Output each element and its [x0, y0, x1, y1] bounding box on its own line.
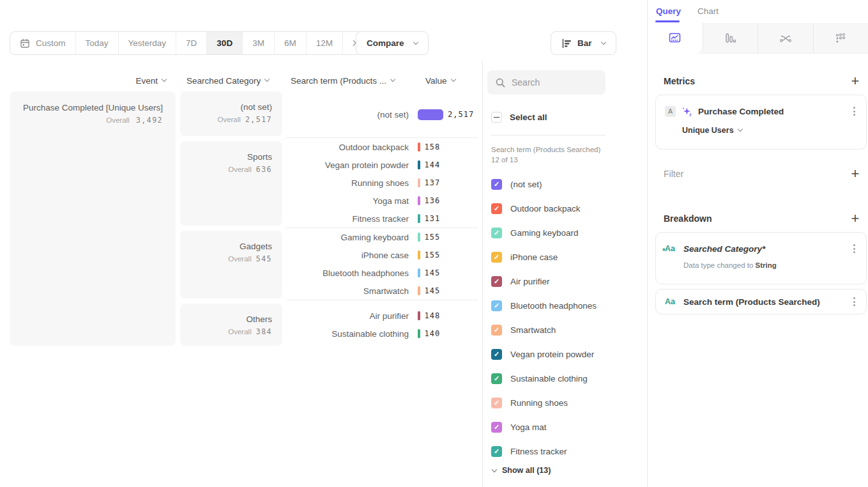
term-row: Gaming keyboard155 [286, 228, 478, 246]
value-bar[interactable] [418, 268, 420, 277]
select-all-checkbox[interactable] [491, 112, 502, 123]
date-range-yesterday[interactable]: Yesterday [119, 32, 177, 54]
funnels-tab[interactable] [703, 23, 759, 54]
kebab-menu-icon[interactable] [851, 105, 857, 118]
date-range-7d[interactable]: 7D [176, 32, 207, 54]
category-cell[interactable]: SportsOverall636 [180, 141, 282, 226]
legend-item[interactable]: ✓(not set) [491, 172, 597, 196]
series-label: Smartwatch [510, 325, 556, 335]
value-column-header[interactable]: Value [425, 75, 455, 86]
value-bar[interactable] [418, 329, 420, 338]
select-all-label: Select all [510, 112, 547, 122]
series-checkbox[interactable]: ✓ [491, 203, 502, 214]
breakdown-card[interactable]: *Aa Searched Category* Data type changed… [655, 232, 867, 284]
series-checkbox[interactable]: ✓ [491, 325, 502, 336]
value-bar[interactable] [418, 143, 420, 151]
legend-item[interactable]: ✓Bluetooth headphones [491, 293, 597, 318]
series-checkbox[interactable]: ✓ [491, 252, 502, 263]
overall-label: Overall [217, 116, 240, 123]
legend-item[interactable]: ✓Outdoor backpack [491, 196, 597, 220]
date-range-3m[interactable]: 3M [243, 32, 275, 54]
value-bar[interactable] [418, 160, 420, 169]
measure-selector[interactable]: Unique Users [682, 126, 742, 135]
kebab-menu-icon[interactable] [851, 242, 857, 255]
legend-item[interactable]: ✓Gaming keyboard [491, 220, 597, 245]
event-column-header[interactable]: Event [83, 75, 166, 86]
check-icon: ✓ [494, 229, 499, 236]
series-checkbox[interactable]: ✓ [491, 398, 502, 408]
event-name: Purchase Completed [Unique Users] [10, 103, 163, 112]
check-icon: ✓ [494, 327, 499, 334]
overall-value: 2,517 [245, 115, 272, 124]
value-bar[interactable] [418, 109, 443, 120]
value-bar[interactable] [418, 311, 420, 320]
value-bar[interactable] [418, 196, 420, 205]
date-range-today[interactable]: Today [76, 32, 119, 54]
series-list: ✓(not set)✓Outdoor backpack✓Gaming keybo… [491, 172, 597, 463]
breakdown-card[interactable]: Aa Search term (Products Searched) [655, 289, 867, 314]
value-bar[interactable] [418, 286, 420, 295]
date-range-12m[interactable]: 12M [307, 32, 343, 54]
flows-tab[interactable] [758, 23, 814, 54]
event-cell[interactable]: Purchase Completed [Unique Users] Overal… [10, 91, 176, 346]
category-cell[interactable]: OthersOverall384 [180, 304, 282, 346]
term-label: Smartwatch [286, 286, 409, 296]
check-icon: ✓ [494, 254, 499, 261]
value-bar[interactable] [418, 233, 420, 242]
overall-label: Overall [228, 166, 251, 173]
series-checkbox[interactable]: ✓ [491, 349, 502, 360]
series-checkbox[interactable]: ✓ [491, 446, 502, 457]
legend-item[interactable]: ✓Smartwatch [491, 318, 597, 342]
date-range-label: Yesterday [128, 38, 167, 48]
series-panel: Search Select all Search term (Products … [482, 61, 647, 487]
add-breakdown-button[interactable]: + [848, 212, 862, 225]
panel-tabs: Query Chart [656, 6, 719, 16]
show-all-button[interactable]: Show all (13) [492, 466, 551, 475]
series-checkbox[interactable]: ✓ [491, 228, 502, 238]
compare-button[interactable]: Compare [356, 31, 429, 55]
add-metric-button[interactable]: + [848, 75, 862, 88]
chevron-down-icon [162, 77, 167, 82]
search-term-column-header[interactable]: Search term (Products ... [291, 75, 395, 86]
string-property-icon: Aa [665, 297, 677, 306]
term-row: Vegan protein powder144 [286, 156, 478, 174]
value-bar[interactable] [418, 178, 420, 187]
chevron-down-icon [492, 467, 497, 472]
date-range-6m[interactable]: 6M [275, 32, 307, 54]
insights-tab[interactable] [648, 23, 703, 54]
legend-item[interactable]: ✓Vegan protein powder [491, 342, 597, 366]
category-cell[interactable]: GadgetsOverall545 [180, 231, 282, 298]
value-bar[interactable] [418, 251, 420, 259]
legend-item[interactable]: ✓iPhone case [491, 245, 597, 269]
date-range-custom[interactable]: Custom [10, 32, 76, 54]
series-label: (not set) [510, 180, 542, 189]
select-all-toggle[interactable]: Select all [491, 112, 547, 123]
tab-query[interactable]: Query [656, 6, 681, 16]
category-column-header[interactable]: Searched Category [187, 75, 269, 86]
metric-card[interactable]: A Purchase Completed Unique Users [655, 95, 867, 150]
legend-item[interactable]: ✓Air purifier [491, 269, 597, 293]
series-label: Running shoes [510, 398, 568, 408]
legend-item[interactable]: ✓Running shoes [491, 390, 597, 415]
term-row: Sustainable clothing140 [286, 325, 478, 343]
add-filter-button[interactable]: + [848, 167, 862, 180]
term-group: (not set)2,517 [286, 91, 478, 137]
legend-item[interactable]: ✓Yoga mat [491, 415, 597, 439]
value-bar[interactable] [418, 214, 420, 223]
series-checkbox[interactable]: ✓ [491, 373, 502, 384]
series-checkbox[interactable]: ✓ [491, 276, 502, 287]
series-checkbox[interactable]: ✓ [491, 179, 502, 190]
tab-chart[interactable]: Chart [697, 6, 719, 16]
series-checkbox[interactable]: ✓ [491, 300, 502, 311]
series-checkbox[interactable]: ✓ [491, 422, 502, 433]
date-range-30d[interactable]: 30D [207, 32, 243, 54]
retention-tab[interactable] [814, 23, 868, 54]
legend-item[interactable]: ✓Sustainable clothing [491, 366, 597, 390]
search-input[interactable]: Search [487, 70, 605, 95]
legend-item[interactable]: ✓Fitness tracker [491, 439, 597, 463]
category-cell[interactable]: (not set)Overall2,517 [180, 91, 282, 136]
chart-type-button[interactable]: Bar [551, 31, 616, 55]
series-list-label: Search term (Products Searched) 12 of 13 [491, 144, 601, 165]
kebab-menu-icon[interactable] [851, 295, 857, 308]
value-label: 136 [425, 196, 441, 205]
